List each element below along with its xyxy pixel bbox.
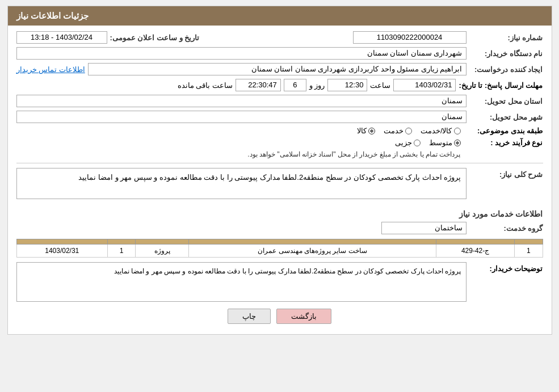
buyer-notes-value: پروژه احداث پارک تخصصی کودکان در سطح منط… — [16, 262, 466, 302]
deadline-remaining: 22:30:47 — [236, 79, 281, 91]
col-service-code — [436, 239, 514, 245]
category-option-khedmat[interactable]: خدمت — [384, 127, 412, 135]
creator-row: ایجاد کننده درخواست: ابراهیم زیاری مسئول… — [16, 63, 543, 75]
category-option-khedmat-label: خدمت — [384, 127, 404, 135]
province-label: استان محل تحویل: — [469, 97, 543, 106]
category-radio-khedmat-icon — [405, 128, 412, 134]
purchase-note: پرداخت تمام یا بخشی از مبلغ خریدار از مح… — [16, 150, 461, 158]
announcement-time-value: 1403/02/24 - 13:18 — [16, 31, 107, 44]
service-group-label: گروه خدمت: — [469, 224, 543, 233]
category-row: طبقه بندی موضوعی: کالا/خدمت خدمت کالا — [16, 127, 543, 135]
general-description-label: شرح کلی نیاز: — [469, 168, 543, 179]
purchase-type-row: نوع فرآیند خرید : متوسط جزیی — [16, 138, 543, 147]
purchase-type-option-motavasset[interactable]: متوسط — [429, 138, 461, 147]
services-table-container: 1ج-42-429ساخت سایر پروژه‌های مهندسی عمرا… — [16, 239, 543, 258]
purchase-type-radio-jozii-icon — [414, 140, 421, 146]
creator-value: ابراهیم زیاری مسئول واحد کاربردازی شهردا… — [88, 63, 466, 75]
deadline-row: مهلت ارسال پاسخ: تا تاریخ: 1403/02/31 سا… — [16, 79, 543, 91]
page-title: جزئیات اطلاعات نیاز — [16, 11, 89, 20]
divider-1 — [16, 163, 543, 163]
page-header: جزئیات اطلاعات نیاز — [8, 6, 552, 26]
buttons-row: بازگشت چاپ — [16, 309, 543, 324]
print-button[interactable]: چاپ — [228, 309, 271, 324]
deadline-days-label: روز و — [309, 81, 325, 90]
city-label: شهر محل تحویل: — [469, 113, 543, 121]
buyer-notes-row: توضیحات خریدار: پروژه احداث پارک تخصصی ک… — [16, 262, 543, 302]
table-header-row — [16, 239, 543, 245]
creator-contact-link[interactable]: اطلاعات تماس خریدار — [16, 65, 85, 74]
category-label: طبقه بندی موضوعی: — [469, 127, 543, 135]
cell-name: ساخت سایر پروژه‌های مهندسی عمران — [189, 245, 436, 258]
cell-unit: پروژه — [136, 245, 189, 258]
province-row: استان محل تحویل: سمنان — [16, 95, 543, 107]
purchase-type-option-motavasset-label: متوسط — [429, 138, 452, 147]
cell-count: 1 — [108, 245, 136, 258]
category-option-kala-khedmat[interactable]: کالا/خدمت — [421, 127, 461, 135]
service-group-row: گروه خدمت: ساختمان — [16, 222, 543, 234]
deadline-label: مهلت ارسال پاسخ: تا تاریخ: — [459, 81, 543, 90]
need-number-row: شماره نیاز: 1103090222000024 تاریخ و ساع… — [16, 31, 543, 44]
buyer-org-label: نام دستگاه خریدار: — [469, 49, 543, 58]
province-value: سمنان — [16, 95, 466, 107]
purchase-type-option-jozii[interactable]: جزیی — [395, 138, 421, 147]
buyer-org-value: شهرداری سمنان استان سمنان — [16, 47, 466, 60]
deadline-time-label: ساعت — [370, 81, 390, 90]
service-group-value: ساختمان — [381, 222, 466, 234]
main-container: جزئیات اطلاعات نیاز شماره نیاز: 11030902… — [7, 6, 552, 335]
category-option-kala-label: کالا — [357, 127, 367, 135]
category-option-kala-khedmat-label: کالا/خدمت — [421, 127, 452, 135]
general-description-row: شرح کلی نیاز: پروژه احداث پارک تخصصی کود… — [16, 168, 543, 204]
category-radio-kala-khedmat-icon — [454, 128, 461, 134]
col-row-num — [515, 239, 543, 245]
cell-row: 1 — [515, 245, 543, 258]
city-value: سمنان — [16, 111, 466, 123]
col-date — [16, 239, 108, 245]
back-button[interactable]: بازگشت — [276, 309, 331, 324]
deadline-remaining-label: ساعت باقی مانده — [178, 81, 233, 90]
deadline-date: 1403/02/31 — [393, 79, 456, 91]
city-row: شهر محل تحویل: سمنان — [16, 111, 543, 123]
need-number-label: شماره نیاز: — [469, 33, 543, 42]
services-table: 1ج-42-429ساخت سایر پروژه‌های مهندسی عمرا… — [16, 239, 543, 258]
cell-date: 1403/02/31 — [16, 245, 108, 258]
purchase-type-option-jozii-label: جزیی — [395, 138, 412, 147]
purchase-type-radio-motavasset-icon — [454, 140, 461, 146]
buyer-org-row: نام دستگاه خریدار: شهرداری سمنان استان س… — [16, 47, 543, 60]
category-option-kala[interactable]: کالا — [357, 127, 375, 135]
purchase-type-label: نوع فرآیند خرید : — [469, 138, 543, 147]
table-row: 1ج-42-429ساخت سایر پروژه‌های مهندسی عمرا… — [16, 245, 543, 258]
announcement-time-label: تاریخ و ساعت اعلان عمومی: — [110, 33, 200, 42]
need-number-value: 1103090222000024 — [353, 31, 466, 44]
deadline-time: 12:30 — [327, 79, 367, 91]
creator-label: ایجاد کننده درخواست: — [469, 65, 543, 74]
content-area: شماره نیاز: 1103090222000024 تاریخ و ساع… — [8, 26, 552, 334]
col-count — [108, 239, 136, 245]
category-radio-kala-icon — [368, 128, 375, 134]
general-description-value: پروژه احداث پارک تخصصی کودکان در سطح منط… — [16, 168, 466, 199]
col-service-name — [189, 239, 436, 245]
deadline-days: 6 — [284, 79, 306, 91]
services-title: اطلاعات خدمات مورد نیاز — [16, 209, 543, 218]
col-unit — [136, 239, 189, 245]
buyer-notes-label: توضیحات خریدار: — [469, 262, 543, 273]
cell-code: ج-42-429 — [436, 245, 514, 258]
